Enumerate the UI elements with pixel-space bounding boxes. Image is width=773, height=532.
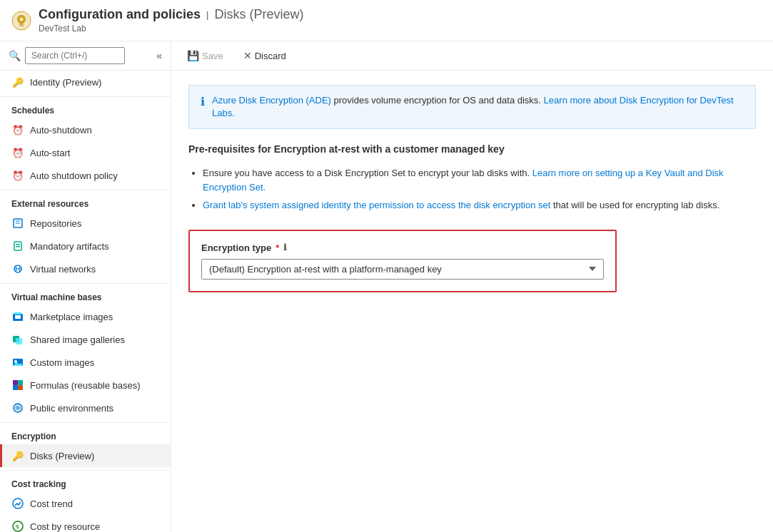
header-icon — [11, 11, 31, 31]
info-banner: ℹ Azure Disk Encryption (ADE) provides v… — [188, 85, 756, 129]
form-info-icon: ℹ — [283, 242, 287, 252]
sidebar-item-identity-label: Identity (Preview) — [30, 77, 101, 88]
clock-icon-3: ⏰ — [11, 169, 24, 182]
encryption-form: Encryption type * ℹ (Default) Encryption… — [188, 230, 617, 292]
sidebar-item-cost-by-resource-label: Cost by resource — [30, 521, 100, 532]
sidebar-section-encryption: Encryption — [0, 422, 171, 444]
sidebar-section-external: External resources — [0, 190, 171, 212]
header-text: Configuration and policies | Disks (Prev… — [39, 7, 303, 34]
sidebar-item-cost-by-resource[interactable]: $ Cost by resource — [0, 515, 171, 532]
repo-icon — [11, 217, 24, 230]
svg-rect-11 — [14, 312, 21, 314]
page-header: Configuration and policies | Disks (Prev… — [0, 0, 773, 41]
svg-rect-18 — [18, 380, 23, 385]
key-vault-link[interactable]: Learn more on setting up a Key Vault and… — [203, 168, 724, 193]
svg-rect-19 — [13, 385, 18, 390]
toolbar: 💾 Save ✕ Discard — [171, 41, 773, 71]
content-body: ℹ Azure Disk Encryption (ADE) provides v… — [171, 71, 773, 532]
sidebar: 🔍 « 🔑 Identity (Preview) Schedules ⏰ Aut… — [0, 41, 171, 532]
formula-icon — [11, 379, 24, 392]
sidebar-item-auto-start-label: Auto-start — [30, 148, 70, 158]
custom-image-icon — [11, 356, 24, 369]
sidebar-item-cost-trend[interactable]: Cost trend — [0, 492, 171, 515]
sidebar-item-auto-shutdown-label: Auto-shutdown — [30, 125, 92, 135]
svg-rect-12 — [15, 315, 21, 319]
sidebar-item-shared-image-galleries[interactable]: Shared image galleries — [0, 328, 171, 351]
sidebar-item-marketplace-images-label: Marketplace images — [30, 312, 113, 322]
prerequisite-item-2: Grant lab's system assigned identity the… — [203, 198, 756, 213]
sidebar-item-repositories[interactable]: Repositories — [0, 212, 171, 235]
sidebar-item-repositories-label: Repositories — [30, 218, 81, 229]
sidebar-item-formulas[interactable]: Formulas (reusable bases) — [0, 374, 171, 397]
sidebar-item-custom-images[interactable]: Custom images — [0, 351, 171, 374]
sidebar-item-formulas-label: Formulas (reusable bases) — [30, 380, 141, 391]
network-icon — [11, 262, 24, 275]
save-icon: 💾 — [187, 50, 199, 61]
sidebar-content: 🔑 Identity (Preview) Schedules ⏰ Auto-sh… — [0, 71, 171, 532]
page-subtitle: Disks (Preview) — [214, 7, 303, 22]
sidebar-item-mandatory-artifacts-label: Mandatory artifacts — [30, 241, 109, 252]
svg-rect-20 — [18, 385, 23, 390]
svg-rect-17 — [13, 380, 18, 385]
sidebar-item-marketplace-images[interactable]: Marketplace images — [0, 305, 171, 328]
title-separator: | — [206, 9, 208, 20]
sidebar-item-disks-preview[interactable]: 🔑 Disks (Preview) — [0, 444, 171, 467]
sidebar-item-cost-trend-label: Cost trend — [30, 498, 73, 509]
svg-rect-7 — [16, 246, 20, 247]
identity-link[interactable]: Grant lab's system assigned identity the… — [203, 200, 550, 210]
info-icon: ℹ — [201, 95, 205, 108]
sidebar-section-cost-tracking: Cost tracking — [0, 470, 171, 492]
environment-icon — [11, 401, 24, 414]
clock-icon: ⏰ — [11, 123, 24, 136]
sidebar-item-public-environments-label: Public environments — [30, 403, 113, 414]
sidebar-item-disks-preview-label: Disks (Preview) — [30, 451, 94, 461]
page-title: Configuration and policies — [39, 7, 201, 22]
required-indicator: * — [276, 242, 279, 253]
main-layout: 🔍 « 🔑 Identity (Preview) Schedules ⏰ Aut… — [0, 41, 773, 532]
sidebar-item-identity[interactable]: 🔑 Identity (Preview) — [0, 71, 171, 93]
cost-resource-icon: $ — [11, 520, 24, 532]
sidebar-item-public-environments[interactable]: Public environments — [0, 397, 171, 419]
sidebar-item-custom-images-label: Custom images — [30, 357, 94, 368]
sidebar-item-auto-shutdown[interactable]: ⏰ Auto-shutdown — [0, 118, 171, 141]
svg-text:$: $ — [16, 523, 19, 530]
form-label-text: Encryption type — [201, 242, 271, 253]
search-icon: 🔍 — [9, 50, 21, 61]
artifact-icon — [11, 240, 24, 252]
page-subtitle-small: DevTest Lab — [39, 24, 303, 34]
info-banner-text: Azure Disk Encryption (ADE) provides vol… — [212, 94, 744, 120]
svg-rect-14 — [16, 338, 22, 344]
section-title: Pre-requisites for Encryption at-rest wi… — [188, 143, 756, 155]
gallery-icon — [11, 333, 24, 346]
discard-label: Discard — [255, 51, 286, 61]
prerequisite-item-1: Ensure you have access to a Disk Encrypt… — [203, 166, 756, 194]
ade-link[interactable]: Azure Disk Encryption (ADE) — [212, 95, 331, 106]
sidebar-item-virtual-networks-label: Virtual networks — [30, 264, 96, 275]
sidebar-item-auto-start[interactable]: ⏰ Auto-start — [0, 141, 171, 164]
sidebar-collapse-button[interactable]: « — [156, 50, 162, 61]
discard-icon: ✕ — [243, 50, 252, 61]
sidebar-section-vm-bases: Virtual machine bases — [0, 283, 171, 305]
marketplace-icon — [11, 310, 24, 323]
discard-button[interactable]: ✕ Discard — [239, 47, 290, 64]
prerequisites-list: Ensure you have access to a Disk Encrypt… — [188, 166, 756, 213]
sidebar-item-auto-shutdown-policy[interactable]: ⏰ Auto shutdown policy — [0, 164, 171, 187]
sidebar-section-schedules: Schedules — [0, 96, 171, 118]
clock-icon-2: ⏰ — [11, 146, 24, 159]
save-button[interactable]: 💾 Save — [183, 47, 228, 64]
search-input[interactable] — [25, 47, 125, 64]
key-icon-disks: 🔑 — [11, 449, 24, 462]
save-label: Save — [202, 51, 223, 61]
cost-trend-icon — [11, 497, 24, 510]
encryption-type-select[interactable]: (Default) Encryption at-rest with a plat… — [201, 259, 604, 280]
sidebar-search-area: 🔍 « — [0, 41, 171, 71]
key-icon: 🔑 — [11, 76, 24, 88]
sidebar-item-mandatory-artifacts[interactable]: Mandatory artifacts — [0, 235, 171, 257]
content-area: 💾 Save ✕ Discard ℹ Azure Disk Encryption… — [171, 41, 773, 532]
sidebar-item-shared-image-galleries-label: Shared image galleries — [30, 334, 125, 345]
sidebar-item-virtual-networks[interactable]: Virtual networks — [0, 257, 171, 280]
sidebar-item-auto-shutdown-policy-label: Auto shutdown policy — [30, 170, 118, 181]
svg-point-1 — [20, 17, 24, 21]
svg-rect-6 — [16, 244, 20, 245]
form-label: Encryption type * ℹ — [201, 242, 604, 253]
